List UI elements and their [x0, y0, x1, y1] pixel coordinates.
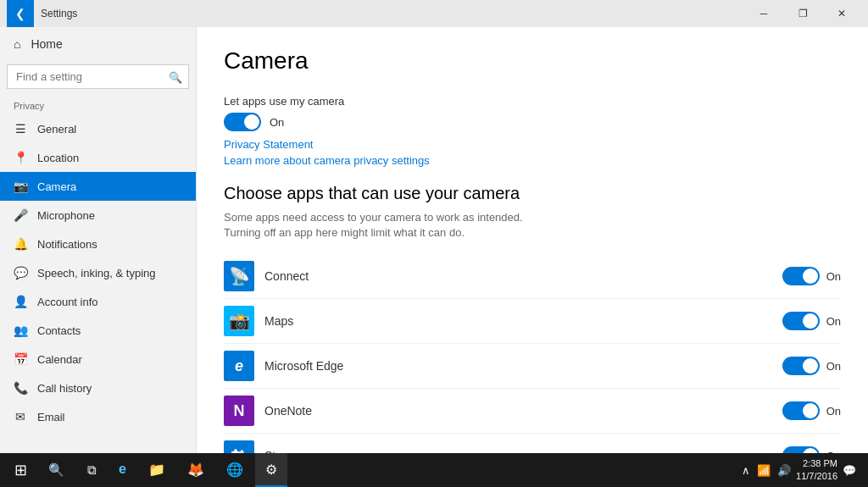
content-area: Camera Let apps use my camera On Privacy…	[197, 27, 868, 453]
taskbar-settings[interactable]: ⚙	[255, 453, 287, 487]
titlebar: ❮ Settings ─ ❐ ✕	[0, 0, 868, 27]
app-icon-onenote: N	[224, 396, 254, 426]
minimize-button[interactable]: ─	[744, 0, 783, 27]
sidebar-item-contacts-label: Contacts	[37, 324, 81, 337]
taskbar: ⊞ 🔍 ⧉ e 📁 🦊 🌐 ⚙ ∧ 📶 🔊 2:38 PM 11/7/2016 …	[0, 453, 868, 487]
search-input[interactable]	[7, 64, 189, 89]
privacy-label: Privacy	[0, 96, 196, 114]
clock-date: 11/7/2016	[796, 470, 837, 483]
call-history-icon: 📞	[14, 381, 27, 395]
app-toggle-label: On	[826, 270, 841, 283]
search-box: 🔍	[7, 64, 189, 89]
volume-icon[interactable]: 🔊	[776, 464, 793, 477]
sidebar-item-general[interactable]: ☰ General	[0, 114, 196, 143]
location-icon: 📍	[14, 151, 27, 164]
privacy-statement-link[interactable]: Privacy Statement	[224, 138, 841, 151]
sidebar-item-location[interactable]: 📍 Location	[0, 143, 196, 172]
main-toggle-row: On	[224, 113, 841, 131]
sidebar-item-email-label: Email	[37, 411, 65, 423]
network-icon[interactable]: 📶	[755, 464, 772, 477]
sidebar-item-notifications-label: Notifications	[37, 238, 97, 251]
app-row: 📡ConnectOn	[224, 254, 841, 299]
taskbar-apps: e 📁 🦊 🌐 ⚙	[108, 453, 733, 487]
sidebar-item-calendar[interactable]: 📅 Calendar	[0, 345, 196, 374]
sidebar-item-camera[interactable]: 📷 Camera	[0, 172, 196, 201]
sidebar-item-contacts[interactable]: 👥 Contacts	[0, 316, 196, 345]
contacts-icon: 👥	[14, 324, 27, 337]
sidebar-item-location-label: Location	[37, 152, 79, 164]
app-toggle-store[interactable]	[782, 446, 820, 453]
sidebar-item-speech-label: Speech, inking, & typing	[37, 267, 155, 279]
account-icon: 👤	[14, 295, 27, 308]
email-icon: ✉	[14, 410, 27, 423]
sidebar-item-microphone[interactable]: 🎤 Microphone	[0, 201, 196, 230]
window-controls: ─ ❐ ✕	[744, 0, 861, 27]
sidebar-item-microphone-label: Microphone	[37, 209, 95, 222]
start-button[interactable]: ⊞	[3, 453, 37, 487]
close-button[interactable]: ✕	[822, 0, 861, 27]
notification-center-icon[interactable]: 💬	[841, 464, 858, 477]
sidebar-item-account-info[interactable]: 👤 Account info	[0, 287, 196, 316]
app-icon-store: 🛍	[224, 440, 254, 453]
app-name: Connect	[264, 269, 782, 283]
app-list: 📡ConnectOn📸MapsOneMicrosoft EdgeOnNOneNo…	[224, 254, 841, 453]
sidebar-item-call-history[interactable]: 📞 Call history	[0, 374, 196, 402]
learn-more-link[interactable]: Learn more about camera privacy settings	[224, 154, 841, 167]
taskbar-right: ∧ 📶 🔊 2:38 PM 11/7/2016 💬	[733, 457, 865, 484]
app-row: eMicrosoft EdgeOn	[224, 344, 841, 389]
taskbar-clock[interactable]: 2:38 PM 11/7/2016	[796, 457, 837, 484]
notifications-icon: 🔔	[14, 237, 27, 251]
camera-master-toggle-label: On	[270, 116, 284, 129]
sidebar-item-home[interactable]: ⌂ Home	[0, 27, 196, 61]
app-toggle-onenote[interactable]	[782, 401, 820, 420]
back-button[interactable]: ❮	[7, 0, 34, 27]
taskview-button[interactable]: ⧉	[75, 453, 108, 487]
app-name: Microsoft Edge	[264, 359, 782, 373]
taskbar-chrome[interactable]: 🌐	[216, 453, 253, 487]
speech-icon: 💬	[14, 266, 27, 279]
page-title: Camera	[224, 47, 841, 75]
app-toggle-microsoft-edge[interactable]	[782, 357, 820, 375]
camera-master-toggle[interactable]	[224, 113, 261, 131]
home-label: Home	[31, 37, 62, 51]
app-toggle-wrap: On	[782, 401, 841, 420]
microphone-icon: 🎤	[14, 208, 27, 222]
taskbar-explorer[interactable]: 📁	[138, 453, 175, 487]
sidebar-item-notifications[interactable]: 🔔 Notifications	[0, 230, 196, 258]
app-toggle-label: On	[826, 360, 841, 373]
app-toggle-wrap: On	[782, 446, 841, 453]
sidebar-item-email[interactable]: ✉ Email	[0, 402, 196, 431]
app-row: 🛍StoreOn	[224, 434, 841, 453]
sidebar-item-call-history-label: Call history	[37, 382, 92, 395]
app-toggle-label: On	[826, 315, 841, 328]
main-content: ⌂ Home 🔍 Privacy ☰ General 📍 Location 📷 …	[0, 27, 868, 453]
app-row: 📸MapsOn	[224, 299, 841, 344]
sidebar-item-account-label: Account info	[37, 296, 98, 308]
app-name: Maps	[264, 314, 782, 328]
restore-button[interactable]: ❐	[783, 0, 822, 27]
app-toggle-wrap: On	[782, 357, 841, 375]
section-title: Choose apps that can use your camera	[224, 184, 841, 203]
sidebar-item-calendar-label: Calendar	[37, 353, 82, 366]
tray-chevron[interactable]: ∧	[740, 464, 752, 477]
taskbar-left: ⊞ 🔍 ⧉	[3, 453, 108, 487]
app-icon-connect: 📡	[224, 261, 254, 291]
taskbar-firefox[interactable]: 🦊	[177, 453, 214, 487]
app-icon-maps: 📸	[224, 306, 254, 336]
app-name: OneNote	[264, 404, 782, 418]
app-toggle-wrap: On	[782, 312, 841, 330]
search-button[interactable]: 🔍	[39, 453, 73, 487]
app-toggle-wrap: On	[782, 267, 841, 285]
sidebar: ⌂ Home 🔍 Privacy ☰ General 📍 Location 📷 …	[0, 27, 197, 453]
clock-time: 2:38 PM	[796, 457, 837, 470]
app-icon-microsoft-edge: e	[224, 351, 254, 381]
titlebar-title: Settings	[41, 8, 744, 19]
taskbar-edge[interactable]: e	[108, 453, 136, 487]
app-toggle-maps[interactable]	[782, 312, 820, 330]
app-toggle-connect[interactable]	[782, 267, 820, 285]
sidebar-item-general-label: General	[37, 123, 76, 136]
search-icon: 🔍	[169, 70, 182, 83]
sidebar-item-speech[interactable]: 💬 Speech, inking, & typing	[0, 258, 196, 287]
camera-icon: 📷	[14, 180, 27, 193]
sidebar-item-camera-label: Camera	[37, 180, 76, 193]
